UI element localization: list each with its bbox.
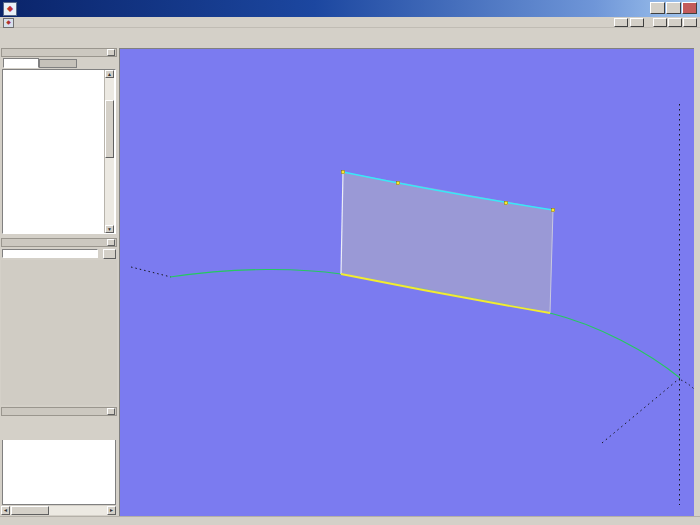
toolbar-row-1 <box>0 28 700 40</box>
restore-button[interactable] <box>666 2 681 14</box>
entities-close-icon[interactable] <box>107 49 115 56</box>
selection-table-body[interactable] <box>2 440 116 505</box>
selection-hscrollbar[interactable]: ◄ ► <box>1 506 116 515</box>
app-icon: ◆ <box>3 2 17 16</box>
scroll-thumb[interactable] <box>105 100 114 158</box>
minimize-button[interactable] <box>650 2 665 14</box>
properties-panel <box>0 238 118 406</box>
document-icon: ◆ <box>3 18 14 28</box>
child-restore-button[interactable] <box>668 18 682 27</box>
properties-panel-title <box>1 238 117 247</box>
scroll-left-icon[interactable]: ◄ <box>1 506 10 515</box>
child-close-button[interactable] <box>683 18 697 27</box>
scroll-up-icon[interactable]: ▲ <box>105 70 114 78</box>
properties-help-button[interactable] <box>103 249 116 259</box>
entities-panel-title <box>1 48 117 57</box>
status-bar <box>0 516 700 525</box>
selection-set-toolbar <box>1 417 3 429</box>
properties-client-area <box>1 260 117 405</box>
title-bar: ◆ <box>0 0 700 17</box>
selection-set-panel: ◄ ► <box>0 407 118 516</box>
properties-input[interactable] <box>2 249 98 258</box>
point-marker-pt1[interactable] <box>551 208 554 211</box>
left-dock-column: ▲ ▼ ◄ ► <box>0 48 118 516</box>
entities-panel: ▲ ▼ <box>0 48 118 238</box>
point-marker-pt3[interactable] <box>396 181 399 184</box>
undo-button[interactable] <box>614 18 628 27</box>
scroll-down-icon[interactable]: ▼ <box>105 225 114 233</box>
tab-parents[interactable] <box>3 58 39 68</box>
right-margin <box>694 48 700 516</box>
hscroll-thumb[interactable] <box>11 506 49 515</box>
scroll-right-icon[interactable]: ► <box>107 506 116 515</box>
properties-close-icon[interactable] <box>107 239 115 246</box>
menu-bar: ◆ <box>0 17 700 28</box>
tab-children[interactable] <box>39 59 77 68</box>
point-marker-pt4[interactable] <box>341 170 344 173</box>
selection-table-header <box>2 430 116 440</box>
selection-set-panel-title <box>1 407 117 416</box>
point-marker-pt2[interactable] <box>504 201 507 204</box>
entities-tree: ▲ ▼ <box>2 69 116 234</box>
child-minimize-button[interactable] <box>653 18 667 27</box>
close-button[interactable] <box>682 2 697 14</box>
tree-scrollbar[interactable]: ▲ ▼ <box>104 70 114 233</box>
redo-button[interactable] <box>630 18 644 27</box>
selection-set-close-icon[interactable] <box>107 408 115 415</box>
viewport-3d[interactable] <box>119 48 694 516</box>
